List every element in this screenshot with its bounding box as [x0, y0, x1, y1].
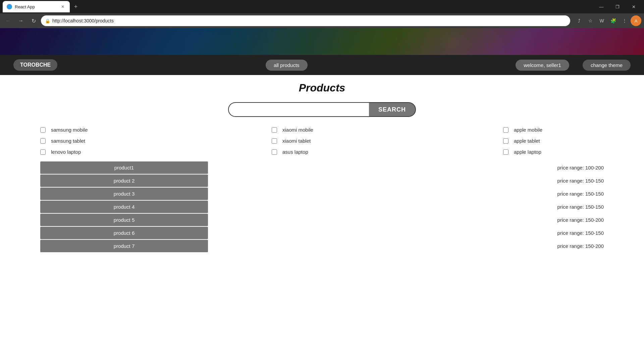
- profile-button[interactable]: A: [631, 15, 641, 26]
- nav-center: all products: [57, 60, 516, 71]
- filters-section: samsung mobile samsung tablet lenovo lap…: [0, 127, 644, 155]
- price-item: price range: 150-150: [557, 175, 604, 187]
- minimize-button[interactable]: —: [594, 1, 609, 12]
- product-item[interactable]: product 2: [40, 175, 208, 187]
- app-banner: [0, 28, 644, 55]
- navbar: TOROBCHE all products welcome, seller1 c…: [0, 55, 644, 75]
- product-item[interactable]: product 4: [40, 201, 208, 213]
- filter-apple-laptop[interactable]: apple laptop: [503, 149, 604, 155]
- ms-extensions-icon[interactable]: W: [596, 15, 607, 26]
- products-list: product1product 2product 3product 4produ…: [40, 161, 208, 252]
- filter-xiaomi-tablet[interactable]: xiaomi tablet: [272, 138, 372, 144]
- search-input[interactable]: [228, 102, 369, 117]
- filter-samsung-mobile[interactable]: samsung mobile: [40, 127, 141, 133]
- search-container: SEARCH: [0, 102, 644, 117]
- main-content: Products SEARCH samsung mobile samsung t…: [0, 75, 644, 266]
- checkbox-apple-mobile[interactable]: [503, 127, 508, 133]
- filter-label-samsung-mobile: samsung mobile: [51, 127, 88, 133]
- product-item[interactable]: product 3: [40, 188, 208, 200]
- filter-label-lenovo-laptop: lenovo laptop: [51, 149, 81, 155]
- browser-toolbar: ← → ↻ 🔒 ⤴ ☆ W 🧩 ⋮ A: [0, 13, 644, 28]
- prices-list: price range: 100-200price range: 150-150…: [557, 161, 604, 252]
- product-item[interactable]: product 5: [40, 214, 208, 226]
- lock-icon: 🔒: [45, 18, 50, 23]
- tab-close-button[interactable]: ✕: [60, 4, 66, 10]
- browser-chrome: 🌐 React App ✕ + — ❐ ✕ ← → ↻ 🔒 ⤴ ☆ W 🧩 ⋮ …: [0, 0, 644, 28]
- refresh-button[interactable]: ↻: [28, 15, 39, 26]
- window-controls: — ❐ ✕: [594, 1, 641, 12]
- filter-apple-tablet[interactable]: apple tablet: [503, 138, 604, 144]
- page-title: Products: [0, 82, 644, 94]
- price-item: price range: 150-200: [557, 214, 604, 226]
- toolbar-actions: ⤴ ☆ W 🧩 ⋮ A: [574, 15, 641, 26]
- filter-column-3: apple mobile apple tablet apple laptop: [503, 127, 604, 155]
- product-item[interactable]: product1: [40, 161, 208, 174]
- checkbox-asus-laptop[interactable]: [272, 149, 277, 155]
- new-tab-button[interactable]: +: [71, 2, 80, 11]
- filter-column-2: xiaomi mobile xiaomi tablet asus laptop: [272, 127, 372, 155]
- price-item: price range: 150-150: [557, 201, 604, 213]
- filter-label-asus-laptop: asus laptop: [282, 149, 308, 155]
- filter-samsung-tablet[interactable]: samsung tablet: [40, 138, 141, 144]
- change-theme-button[interactable]: change theme: [583, 60, 631, 71]
- filter-label-samsung-tablet: samsung tablet: [51, 138, 85, 144]
- address-bar[interactable]: 🔒: [41, 15, 570, 26]
- filter-xiaomi-mobile[interactable]: xiaomi mobile: [272, 127, 372, 133]
- checkbox-samsung-mobile[interactable]: [40, 127, 46, 133]
- product-item[interactable]: product 7: [40, 240, 208, 252]
- nav-logo[interactable]: TOROBCHE: [13, 59, 57, 71]
- checkbox-apple-tablet[interactable]: [503, 138, 508, 144]
- filter-column-1: samsung mobile samsung tablet lenovo lap…: [40, 127, 141, 155]
- filter-label-xiaomi-tablet: xiaomi tablet: [282, 138, 311, 144]
- price-item: price range: 150-150: [557, 227, 604, 239]
- checkbox-apple-laptop[interactable]: [503, 149, 508, 155]
- extensions-icon[interactable]: 🧩: [608, 15, 619, 26]
- tab-favicon: 🌐: [7, 4, 12, 9]
- bookmark-icon[interactable]: ☆: [585, 15, 596, 26]
- product-item[interactable]: product 6: [40, 227, 208, 239]
- search-button[interactable]: SEARCH: [369, 102, 416, 117]
- products-section: product1product 2product 3product 4produ…: [0, 161, 644, 252]
- nav-welcome: welcome, seller1: [516, 60, 569, 71]
- tab-title: React App: [15, 4, 35, 9]
- maximize-button[interactable]: ❐: [610, 1, 625, 12]
- checkbox-samsung-tablet[interactable]: [40, 138, 46, 144]
- checkbox-xiaomi-mobile[interactable]: [272, 127, 277, 133]
- url-input[interactable]: [52, 18, 566, 23]
- filter-label-apple-mobile: apple mobile: [514, 127, 542, 133]
- search-form: SEARCH: [228, 102, 416, 117]
- back-button[interactable]: ←: [3, 15, 13, 26]
- filter-label-apple-tablet: apple tablet: [514, 138, 540, 144]
- share-icon[interactable]: ⤴: [574, 15, 584, 26]
- price-item: price range: 150-150: [557, 188, 604, 200]
- checkbox-lenovo-laptop[interactable]: [40, 149, 46, 155]
- all-products-link[interactable]: all products: [266, 60, 308, 71]
- more-menu-icon[interactable]: ⋮: [619, 15, 630, 26]
- checkbox-xiaomi-tablet[interactable]: [272, 138, 277, 144]
- filter-label-apple-laptop: apple laptop: [514, 149, 541, 155]
- browser-tabs: 🌐 React App ✕ + — ❐ ✕: [0, 0, 644, 13]
- filter-lenovo-laptop[interactable]: lenovo laptop: [40, 149, 141, 155]
- price-item: price range: 150-200: [557, 240, 604, 252]
- filter-apple-mobile[interactable]: apple mobile: [503, 127, 604, 133]
- active-tab[interactable]: 🌐 React App ✕: [3, 1, 70, 12]
- filter-label-xiaomi-mobile: xiaomi mobile: [282, 127, 313, 133]
- forward-button[interactable]: →: [15, 15, 26, 26]
- filter-asus-laptop[interactable]: asus laptop: [272, 149, 372, 155]
- close-button[interactable]: ✕: [626, 1, 641, 12]
- price-item: price range: 100-200: [557, 161, 604, 174]
